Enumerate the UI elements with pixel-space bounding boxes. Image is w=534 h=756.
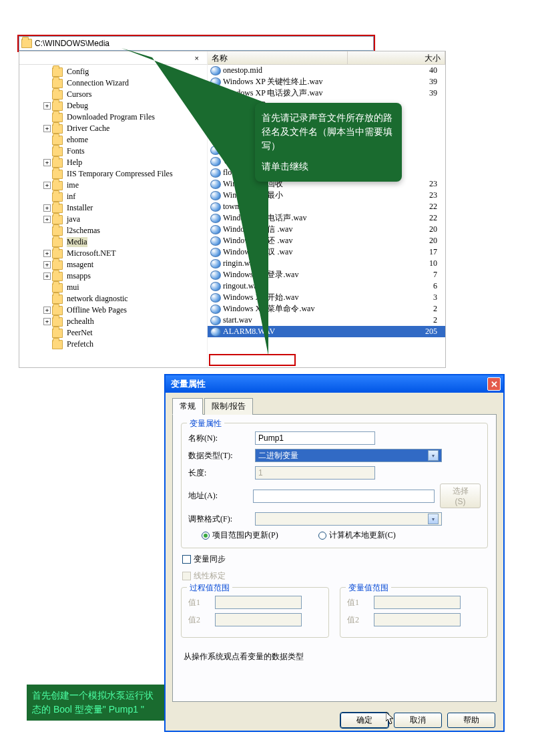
tree-label: inf bbox=[67, 192, 75, 202]
variable-properties-group: 变量属性 名称(N): 数据类型(T): 二进制变量 ▾ 长度: bbox=[181, 423, 488, 548]
expander-icon[interactable]: + bbox=[43, 272, 51, 280]
folder-icon bbox=[52, 238, 63, 247]
expander-icon[interactable]: + bbox=[43, 204, 51, 212]
file-size: 22 bbox=[350, 202, 445, 212]
file-size: 6 bbox=[350, 281, 445, 291]
file-size: 39 bbox=[350, 88, 445, 98]
tab-bar: 常规 限制/报告 bbox=[172, 398, 497, 415]
var-val2-input bbox=[374, 613, 461, 626]
expander-icon[interactable]: + bbox=[43, 182, 51, 189]
column-size[interactable]: 大小 bbox=[348, 51, 445, 64]
expander-icon[interactable]: + bbox=[43, 261, 51, 268]
folder-icon bbox=[52, 181, 63, 190]
bottom-instruction-caption: 首先创建一个模拟水泵运行状态的 Bool 型变量" Pump1 " bbox=[27, 685, 164, 721]
group-legend: 过程值范围 bbox=[187, 582, 232, 594]
tree-label: java bbox=[67, 214, 80, 224]
datatype-description: 从操作系统观点看变量的数据类型 bbox=[184, 651, 485, 663]
folder-icon bbox=[52, 215, 63, 224]
folder-icon bbox=[52, 317, 63, 327]
sync-label: 变量同步 bbox=[194, 554, 226, 565]
process-range-group: 过程值范围 值1 值2 bbox=[181, 587, 329, 638]
close-button[interactable]: ✕ bbox=[487, 377, 501, 391]
file-size: 22 bbox=[350, 213, 445, 223]
folder-icon bbox=[52, 306, 63, 315]
folder-icon bbox=[52, 102, 63, 111]
tree-label: ime bbox=[67, 180, 79, 190]
tree-label: ehome bbox=[67, 135, 88, 145]
tab-limit[interactable]: 限制/报告 bbox=[204, 398, 253, 415]
file-size: 20 bbox=[350, 224, 445, 234]
folder-icon bbox=[52, 67, 63, 77]
tree-label: Offline Web Pages bbox=[67, 305, 127, 315]
datatype-select[interactable]: 二进制变量 ▾ bbox=[255, 449, 442, 462]
tab-panel: 变量属性 名称(N): 数据类型(T): 二进制变量 ▾ 长度: bbox=[172, 415, 497, 702]
file-size: 17 bbox=[350, 247, 445, 257]
address-path: C:\WINDOWS\Media bbox=[35, 39, 109, 48]
folder-icon bbox=[52, 147, 63, 156]
instruction-callout: 首先请记录声音文件所存放的路径名及文件名（脚本当中需要填写） 请单击继续 bbox=[255, 103, 402, 182]
val2-label: 值2 bbox=[188, 614, 215, 626]
folder-icon bbox=[52, 295, 63, 304]
format-select: ▾ bbox=[255, 512, 442, 526]
expander-icon[interactable]: + bbox=[43, 250, 51, 257]
tab-general[interactable]: 常规 bbox=[172, 398, 203, 415]
checkbox-sync[interactable]: 变量同步 bbox=[182, 554, 487, 565]
tree-label: Prefetch bbox=[67, 339, 93, 349]
var-val1-input bbox=[374, 596, 461, 609]
select-button: 选择(S) bbox=[440, 484, 481, 508]
cancel-button[interactable]: 取消 bbox=[394, 713, 442, 728]
radio1-label: 项目范围内更新(P) bbox=[212, 530, 278, 541]
address-label: 地址(A): bbox=[188, 490, 253, 502]
linear-label: 线性标定 bbox=[194, 570, 226, 582]
expander-icon[interactable]: + bbox=[43, 125, 51, 132]
file-size: 7 bbox=[350, 270, 445, 280]
tree-label: Cursors bbox=[67, 89, 91, 100]
radio-project-update[interactable]: 项目范围内更新(P) bbox=[202, 530, 278, 541]
ok-button[interactable]: 确定 bbox=[340, 713, 388, 728]
variable-range-group: 变量值范围 值1 值2 bbox=[340, 587, 488, 638]
radio-icon bbox=[318, 532, 326, 540]
address-input[interactable] bbox=[253, 490, 435, 503]
folder-icon bbox=[52, 260, 63, 270]
datatype-label: 数据类型(T): bbox=[188, 450, 255, 461]
length-label: 长度: bbox=[188, 467, 255, 479]
tree-label: l2schemas bbox=[67, 226, 100, 236]
folder-icon bbox=[52, 79, 63, 88]
expander-icon[interactable]: + bbox=[43, 216, 51, 223]
expander-icon[interactable]: + bbox=[43, 102, 51, 110]
dialog-button-row: 确定 取消 帮助 bbox=[166, 707, 503, 733]
help-button[interactable]: 帮助 bbox=[447, 713, 495, 728]
chevron-down-icon: ▾ bbox=[428, 450, 439, 461]
tree-label: Driver Cache bbox=[67, 124, 109, 134]
file-size: 205 bbox=[350, 327, 445, 337]
format-label: 调整格式(F): bbox=[188, 514, 255, 525]
svg-marker-0 bbox=[121, 48, 288, 355]
folder-icon bbox=[52, 170, 63, 179]
name-label: 名称(N): bbox=[188, 433, 255, 444]
folder-icon bbox=[52, 192, 63, 202]
variable-properties-dialog: 变量属性 ✕ 常规 限制/报告 变量属性 名称(N): 数据类型(T): 二进制… bbox=[164, 374, 505, 732]
val1-label: 值1 bbox=[347, 597, 374, 608]
file-size: 2 bbox=[350, 304, 445, 314]
file-size: 2 bbox=[350, 315, 445, 325]
tree-label: msapps bbox=[67, 271, 91, 281]
folder-icon bbox=[52, 272, 63, 281]
file-size: 40 bbox=[350, 65, 445, 75]
checkbox-icon bbox=[182, 555, 191, 564]
expander-icon[interactable]: + bbox=[43, 159, 51, 166]
checkbox-icon bbox=[182, 572, 191, 580]
group-legend: 变量属性 bbox=[187, 418, 224, 429]
name-input[interactable] bbox=[255, 431, 375, 445]
dialog-titlebar[interactable]: 变量属性 ✕ bbox=[166, 375, 503, 393]
tree-label: Installer bbox=[67, 203, 93, 213]
tree-label: Config bbox=[67, 67, 89, 77]
file-size: 3 bbox=[350, 293, 445, 303]
file-size: 23 bbox=[350, 190, 445, 200]
folder-icon bbox=[52, 124, 63, 134]
expander-icon[interactable]: + bbox=[43, 318, 51, 325]
tree-label: network diagnostic bbox=[67, 294, 128, 304]
file-size: 39 bbox=[350, 77, 445, 87]
radio-local-update[interactable]: 计算机本地更新(C) bbox=[318, 530, 396, 541]
expander-icon[interactable]: + bbox=[43, 307, 51, 314]
folder-icon bbox=[52, 226, 63, 236]
